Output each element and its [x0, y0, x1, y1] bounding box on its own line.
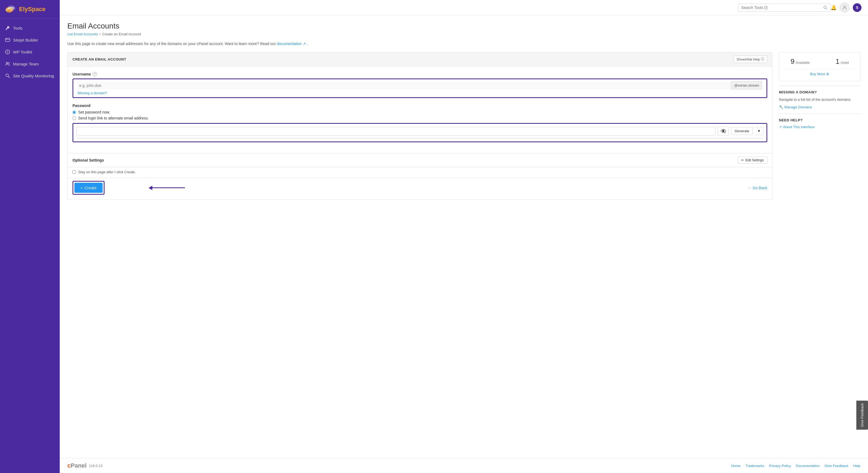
header: 🔔 5 [60, 0, 868, 15]
domain-tag: @eshan.stream [731, 82, 762, 89]
need-help-title: NEED HELP? [779, 118, 860, 122]
svg-rect-2 [5, 38, 10, 41]
missing-domain-title: MISSING A DOMAIN? [779, 90, 860, 94]
toggle-password-button[interactable]: 👁‍🗨 [718, 127, 729, 135]
used-label: Used [841, 61, 849, 65]
need-help-section: NEED HELP? ↗ About This Interface [779, 114, 860, 129]
generate-password-button[interactable]: Generate [731, 127, 753, 135]
footer-documentation[interactable]: Documentation [796, 464, 819, 468]
password-label: Password [72, 103, 767, 108]
sidebar-label-wptoolkit: WP Toolkit [13, 50, 32, 54]
radio-send-link[interactable]: Send login link to alternate email addre… [72, 116, 767, 120]
sidebar-item-wptoolkit[interactable]: WP Toolkit [0, 46, 60, 58]
footer-give-feedback[interactable]: Give Feedback [825, 464, 848, 468]
footer-privacy[interactable]: Privacy Policy [769, 464, 791, 468]
svg-point-6 [6, 62, 8, 64]
radio-group: Set password now. Send login link to alt… [72, 110, 767, 120]
footer-trademarks[interactable]: Trademarks [746, 464, 764, 468]
stay-on-page-label: Stay on this page after I click Create. [78, 170, 136, 174]
generate-dropdown-button[interactable]: ▼ [755, 127, 763, 135]
logo-suffix: Space [28, 6, 45, 12]
missing-domain-link[interactable]: Missing a domain? [78, 91, 107, 95]
footer-links: Home Trademarks Privacy Policy Documenta… [731, 464, 860, 468]
logo-prefix: Ely [19, 6, 28, 12]
create-btn-wrapper: + Create [72, 181, 104, 195]
sidebar-item-tools[interactable]: Tools [0, 22, 60, 34]
sidebar-label-tools: Tools [13, 26, 23, 30]
sitejet-icon [5, 37, 10, 43]
available-stat: 9 Available [790, 57, 810, 66]
username-field-group: Username ? @eshan.stream Missing a domai… [72, 72, 767, 98]
breadcrumb-separator: / [100, 32, 101, 36]
stats-card: 9 Available 1 Used Buy More [779, 52, 860, 81]
form-card-title: CREATE AN EMAIL ACCOUNT [72, 57, 126, 61]
sidebar-item-site-quality[interactable]: Site Quality Monitoring [0, 70, 60, 82]
sidebar: ElySpace Tools Sitejet Builder [0, 0, 60, 473]
two-col-layout: CREATE AN EMAIL ACCOUNT Show/Hide Help ⓘ… [67, 52, 860, 200]
arrow-indicator [149, 186, 185, 190]
show-hide-help-button[interactable]: Show/Hide Help ⓘ [734, 56, 767, 63]
help-icon: ⓘ [761, 57, 764, 62]
header-right: 🔔 5 [831, 3, 862, 12]
stay-on-page-checkbox[interactable] [72, 170, 76, 174]
breadcrumb-list-link[interactable]: List Email Accounts [67, 32, 98, 36]
svg-line-11 [826, 8, 827, 9]
wrench-icon [5, 25, 10, 31]
wrench-small-icon: 🔧 [779, 105, 783, 109]
search-input[interactable] [741, 5, 823, 10]
radio-set-now[interactable]: Set password now. [72, 110, 767, 114]
username-info-icon[interactable]: ? [93, 72, 97, 76]
form-card-header: CREATE AN EMAIL ACCOUNT Show/Hide Help ⓘ [68, 53, 772, 66]
edit-settings-button[interactable]: ✏ Edit Settings [738, 157, 767, 164]
cpanel-version: 116.0.13 [89, 464, 103, 468]
logo-text: ElySpace [19, 6, 45, 13]
form-panel: CREATE AN EMAIL ACCOUNT Show/Hide Help ⓘ… [67, 52, 772, 200]
svg-point-12 [844, 6, 846, 8]
logo[interactable]: ElySpace [0, 0, 60, 19]
plus-circle-icon: ⊕ [826, 72, 829, 76]
stats-row: 9 Available 1 Used [784, 57, 855, 66]
create-button[interactable]: + Create [74, 183, 103, 193]
feedback-button[interactable]: Give Feedback [856, 401, 868, 430]
used-stat: 1 Used [836, 57, 849, 66]
buy-more-link[interactable]: Buy More ⊕ [784, 72, 855, 76]
notifications-bell[interactable]: 🔔 [831, 5, 837, 10]
notification-badge: 5 [853, 3, 862, 12]
page-description: Use this page to create new email addres… [67, 41, 860, 47]
content: Email Accounts List Email Accounts / Cre… [60, 15, 868, 458]
user-avatar[interactable] [840, 3, 849, 12]
users-icon [5, 61, 10, 66]
password-input[interactable] [76, 127, 715, 135]
sidebar-item-sitejet[interactable]: Sitejet Builder [0, 34, 60, 46]
sidebar-item-manage-team[interactable]: Manage Team [0, 58, 60, 70]
create-email-card: CREATE AN EMAIL ACCOUNT Show/Hide Help ⓘ… [67, 52, 772, 200]
sidebar-label-manage-team: Manage Team [13, 62, 39, 66]
doc-link[interactable]: documentation ↗ [277, 41, 306, 46]
go-back-button[interactable]: ← Go Back [748, 186, 767, 190]
search-quality-icon [5, 73, 10, 78]
password-box: 👁‍🗨 Generate ▼ [72, 123, 767, 142]
footer-home[interactable]: Home [731, 464, 741, 468]
arrow-line [152, 187, 185, 188]
form-body: Username ? @eshan.stream Missing a domai… [68, 66, 772, 153]
manage-domains-link[interactable]: 🔧 Manage Domains [779, 105, 860, 109]
footer-help[interactable]: Help [853, 464, 860, 468]
username-input-row: @eshan.stream [78, 82, 762, 89]
external-link-icon: ↗ [779, 125, 782, 129]
breadcrumb: List Email Accounts / Create an Email Ac… [67, 32, 860, 36]
available-count: 9 [790, 57, 795, 65]
page-title: Email Accounts [67, 22, 860, 30]
cpanel-brand: cPanel [67, 462, 87, 469]
create-section: + Create ← Go Back [68, 178, 772, 199]
about-interface-link[interactable]: ↗ About This Interface [779, 125, 860, 129]
arrow-head [149, 186, 152, 190]
username-input[interactable] [78, 82, 731, 89]
avatar-icon [842, 5, 847, 10]
search-bar[interactable] [738, 3, 831, 12]
password-field-group: Password Set password now. Send login li… [72, 103, 767, 142]
breadcrumb-current: Create an Email Account [102, 32, 141, 36]
sidebar-nav: Tools Sitejet Builder WP Toolkit [0, 19, 60, 473]
password-strength-bar [76, 138, 763, 139]
used-count: 1 [836, 57, 839, 65]
sidebar-label-sitejet: Sitejet Builder [13, 38, 38, 42]
